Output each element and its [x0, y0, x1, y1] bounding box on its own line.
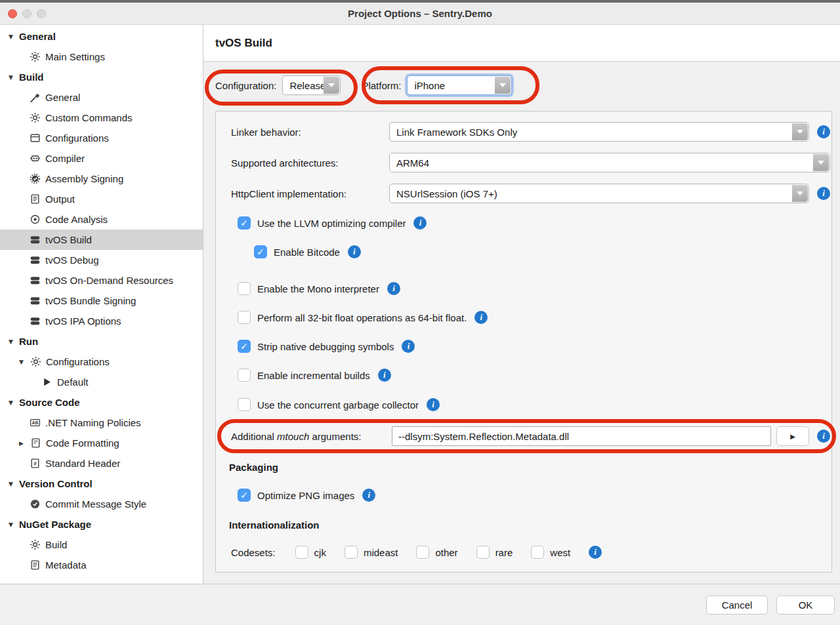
enable-the-mono-interpreter-checkbox[interactable]	[238, 282, 251, 295]
sidebar-item-label: Build	[45, 539, 67, 550]
sidebar-item-source-code[interactable]: ▼Source Code	[0, 392, 203, 413]
sidebar-item-tvos-build[interactable]: tvOS Build	[0, 230, 203, 250]
window-icon	[29, 132, 41, 144]
info-icon[interactable]: i	[817, 187, 830, 200]
main-content: Configuration: Release Platform: iPhone …	[203, 62, 840, 584]
svg-text:AB: AB	[32, 420, 38, 425]
sidebar-item-general[interactable]: General	[0, 87, 203, 108]
sidebar-item-build[interactable]: ▼Build	[0, 67, 203, 87]
httpclient-implementation-dropdown[interactable]: NSUrlSession (iOS 7+)	[389, 184, 809, 203]
mtouch-arguments-input[interactable]	[392, 426, 771, 446]
tv-stack-icon	[29, 234, 41, 246]
footer: Cancel OK	[0, 584, 840, 625]
configuration-dropdown[interactable]: Release	[282, 75, 341, 95]
sidebar-item-label: Build	[19, 71, 44, 83]
sidebar-item-tvos-ipa-options[interactable]: tvOS IPA Options	[0, 311, 203, 331]
sidebar-item-configurations[interactable]: ▼Configurations	[0, 352, 203, 372]
codeset-west-checkbox[interactable]	[531, 546, 544, 559]
info-icon[interactable]: i	[817, 430, 830, 443]
close-button[interactable]	[8, 9, 17, 18]
linker-behavior-dropdown[interactable]: Link Framework SDKs Only	[389, 122, 809, 142]
sidebar-item-general[interactable]: ▼General	[0, 26, 203, 47]
cancel-button[interactable]: Cancel	[706, 595, 768, 615]
use-the-concurrent-garbage-collector-checkbox[interactable]	[238, 398, 251, 411]
optimize-png-checkbox[interactable]: ✓	[238, 489, 251, 502]
sidebar-item-nuget-package[interactable]: ▼NuGet Package	[0, 514, 203, 534]
sidebar-item-net-naming-policies[interactable]: AB.NET Naming Policies	[0, 413, 203, 433]
sidebar-item-output[interactable]: Output	[0, 189, 203, 209]
sidebar-item-code-analysis[interactable]: Code Analysis	[0, 209, 203, 230]
sidebar-item-tvos-on-demand-resources[interactable]: tvOS On-Demand Resources	[0, 270, 203, 291]
minimize-button[interactable]	[22, 9, 32, 18]
sidebar-item-assembly-signing[interactable]: Assembly Signing	[0, 169, 203, 189]
sidebar-item-custom-commands[interactable]: Custom Commands	[0, 108, 203, 128]
sidebar-item-metadata[interactable]: Metadata	[0, 555, 203, 575]
sidebar-item-label: tvOS IPA Options	[45, 315, 121, 327]
chevron-down-icon[interactable]: ▼	[7, 74, 15, 81]
codeset-mideast-checkbox[interactable]	[345, 546, 358, 559]
codesets-row: Codesets: cjkmideastotherrarewest i	[231, 546, 830, 559]
sidebar-item-label: General	[19, 31, 56, 42]
platform-dropdown[interactable]: iPhone	[407, 75, 512, 95]
checkbox-row-use-the-concurrent-garbage-collector: Use the concurrent garbage collectori	[238, 398, 830, 411]
info-icon[interactable]: i	[589, 546, 602, 559]
info-icon[interactable]: i	[387, 282, 400, 295]
sidebar-item-tvos-debug[interactable]: tvOS Debug	[0, 250, 203, 270]
sidebar-item-main-settings[interactable]: Main Settings	[0, 47, 203, 67]
chevron-down-icon[interactable]: ▼	[17, 359, 26, 365]
info-icon[interactable]: i	[427, 398, 440, 411]
field-row-supported-architectures: Supported architectures:ARM64	[231, 153, 830, 172]
chevron-right-icon[interactable]: ▶	[17, 440, 26, 447]
sidebar-item-label: tvOS Bundle Signing	[45, 295, 136, 306]
sidebar-item-standard-header[interactable]: #Standard Header	[0, 453, 203, 474]
info-icon[interactable]: i	[817, 125, 830, 138]
chevron-down-icon[interactable]: ▼	[7, 481, 15, 487]
ok-button[interactable]: OK	[776, 595, 835, 615]
sidebar-item-version-control[interactable]: ▼Version Control	[0, 474, 203, 494]
chevron-down-icon[interactable]: ▼	[7, 399, 15, 406]
info-icon[interactable]: i	[378, 369, 391, 382]
platform-value: iPhone	[408, 80, 495, 91]
sidebar-item-default[interactable]: Default	[0, 372, 203, 392]
zoom-button[interactable]	[37, 9, 46, 18]
checkbox-row-optimize-png-images: ✓ Optimize PNG images i	[238, 489, 830, 502]
chevron-down-icon[interactable]: ▼	[7, 521, 15, 528]
sidebar-item-label: Version Control	[19, 478, 93, 489]
gear-icon	[30, 356, 41, 368]
enable-incremental-builds-checkbox[interactable]	[238, 369, 251, 382]
expand-arguments-button[interactable]: ▶	[776, 426, 809, 446]
sidebar-item-compiler[interactable]: Compiler	[0, 148, 203, 169]
sidebar-item-commit-message-style[interactable]: Commit Message Style	[0, 494, 203, 514]
chevron-down-icon[interactable]	[813, 154, 829, 171]
chevron-down-icon[interactable]	[792, 185, 808, 202]
info-icon[interactable]: i	[362, 489, 375, 502]
info-icon[interactable]: i	[474, 311, 488, 324]
strip-native-debugging-symbols-checkbox[interactable]: ✓	[238, 340, 251, 353]
chevron-down-icon[interactable]: ▼	[7, 33, 15, 40]
codeset-option-cjk: cjk	[295, 546, 326, 559]
use-the-llvm-optimizing-compiler-checkbox[interactable]: ✓	[238, 216, 251, 230]
mtouch-arguments-row: Additional mtouch arguments: ▶ i	[231, 426, 830, 446]
info-icon[interactable]: i	[348, 245, 361, 258]
info-icon[interactable]: i	[402, 340, 415, 353]
check-circle-icon	[29, 498, 41, 510]
perform-all-32-bit-float-operations-as-64-bit-float-checkbox[interactable]	[238, 311, 251, 324]
codeset-cjk-checkbox[interactable]	[295, 546, 308, 559]
chevron-down-icon[interactable]	[792, 123, 808, 140]
codeset-other-checkbox[interactable]	[416, 546, 429, 559]
codeset-rare-checkbox[interactable]	[476, 546, 490, 559]
sidebar-item-configurations[interactable]: Configurations	[0, 128, 203, 148]
chevron-down-icon[interactable]	[324, 77, 339, 94]
sidebar-item-code-formatting[interactable]: ▶Code Formatting	[0, 433, 203, 453]
sidebar-item-build[interactable]: Build	[0, 534, 203, 555]
chevron-down-icon[interactable]: ▼	[7, 338, 15, 345]
checkbox-row-use-the-llvm-optimizing-compiler: ✓Use the LLVM optimizing compileri	[238, 216, 830, 230]
field-row-httpclient-implementation: HttpClient implementation:NSUrlSession (…	[231, 184, 830, 203]
info-icon[interactable]: i	[413, 216, 427, 230]
enable-bitcode-checkbox[interactable]: ✓	[254, 245, 267, 258]
chevron-down-icon[interactable]	[495, 77, 511, 94]
sidebar-item-run[interactable]: ▼Run	[0, 331, 203, 352]
sidebar-item-tvos-bundle-signing[interactable]: tvOS Bundle Signing	[0, 291, 203, 311]
checkbox-label: Enable incremental builds	[257, 370, 370, 381]
supported-architectures-dropdown[interactable]: ARM64	[389, 153, 830, 172]
